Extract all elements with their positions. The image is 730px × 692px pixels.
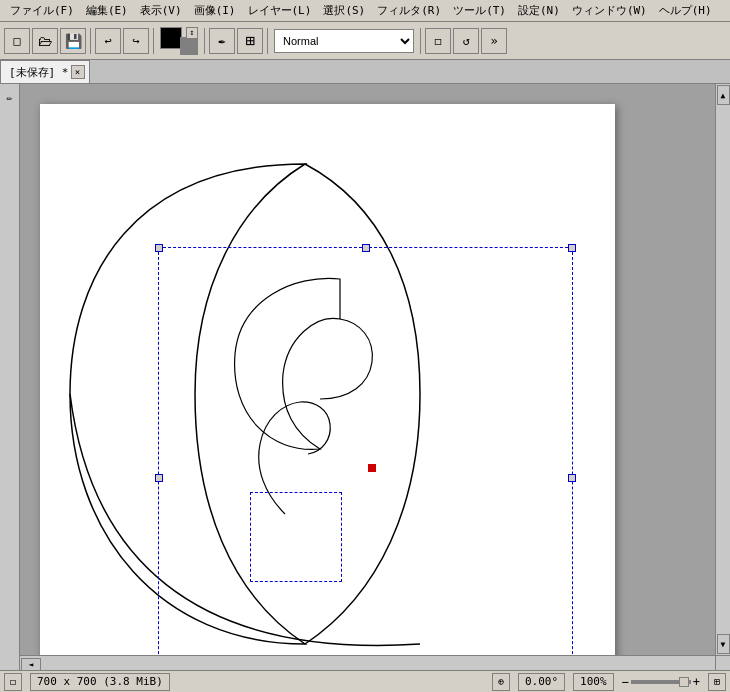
refresh-button[interactable]: ↺	[453, 28, 479, 54]
canvas-container: ▲ ▼ ◄	[20, 84, 730, 670]
scroll-down-button[interactable]: ▼	[717, 634, 730, 654]
handle-mid-right[interactable]	[568, 474, 576, 482]
menu-help[interactable]: ヘルプ(H)	[653, 1, 718, 20]
open-icon: 🗁	[38, 33, 52, 49]
close-icon: ×	[75, 67, 80, 77]
save-icon: 💾	[65, 33, 82, 49]
undo-icon: ↩	[104, 34, 111, 48]
pencil-icon: ✏	[6, 92, 12, 103]
vertical-scrollbar[interactable]: ▲ ▼	[715, 84, 730, 655]
separator-2	[153, 28, 154, 54]
handle-top-right[interactable]	[568, 244, 576, 252]
eraser-icon: ◻	[434, 34, 441, 48]
document-tab[interactable]: [未保存] * ×	[0, 60, 90, 83]
zoom-center-icon[interactable]: ⊕	[492, 673, 510, 691]
separator-3	[204, 28, 205, 54]
zoom-display: 100%	[573, 673, 614, 691]
grid-button[interactable]: ⊞	[237, 28, 263, 54]
background-color[interactable]	[180, 37, 198, 55]
menu-image[interactable]: 画像(I)	[188, 1, 242, 20]
scroll-left-button[interactable]: ◄	[21, 658, 41, 670]
selection-box	[158, 247, 573, 670]
menu-bar: ファイル(F) 編集(E) 表示(V) 画像(I) レイヤー(L) 選択(S) …	[0, 0, 730, 22]
document-close-button[interactable]: ×	[71, 65, 85, 79]
menu-settings[interactable]: 設定(N)	[512, 1, 566, 20]
color-swap-icon[interactable]: ↕	[186, 27, 198, 39]
rotation-display: 0.00°	[518, 673, 565, 691]
horizontal-scrollbar[interactable]: ◄	[20, 655, 715, 670]
menu-select[interactable]: 選択(S)	[317, 1, 371, 20]
new-icon: □	[13, 34, 20, 48]
dimensions-text: 700 x 700 (3.8 MiB)	[37, 675, 163, 688]
menu-view[interactable]: 表示(V)	[134, 1, 188, 20]
scroll-up-button[interactable]: ▲	[717, 85, 730, 105]
zoom-slider-thumb[interactable]	[679, 677, 689, 687]
new-button[interactable]: □	[4, 28, 30, 54]
zoom-plus-icon[interactable]: +	[693, 675, 700, 689]
zoom-minus-icon[interactable]: −	[622, 675, 629, 689]
zoom-text: 100%	[580, 675, 607, 688]
separator-1	[90, 28, 91, 54]
menu-file[interactable]: ファイル(F)	[4, 1, 80, 20]
zoom-slider-container: − +	[622, 675, 700, 689]
rotation-text: 0.00°	[525, 675, 558, 688]
document-tab-area: [未保存] * ×	[0, 60, 730, 84]
menu-edit[interactable]: 編集(E)	[80, 1, 134, 20]
toolbox-pencil[interactable]: ✏	[1, 88, 19, 106]
separator-5	[420, 28, 421, 54]
handle-top-mid[interactable]	[362, 244, 370, 252]
open-button[interactable]: 🗁	[32, 28, 58, 54]
canvas-dimensions: 700 x 700 (3.8 MiB)	[30, 673, 170, 691]
color-selector[interactable]: ↕	[160, 27, 198, 55]
inner-selection-box	[250, 492, 342, 582]
document-title: [未保存] *	[9, 65, 69, 80]
redo-button[interactable]: ↪	[123, 28, 149, 54]
center-point	[368, 464, 376, 472]
toolbar: □ 🗁 💾 ↩ ↪ ↕ ✒ ⊞ Normal Dissolve Multiply…	[0, 22, 730, 60]
handle-mid-left[interactable]	[155, 474, 163, 482]
foreground-color[interactable]	[160, 27, 182, 49]
canvas	[40, 104, 615, 670]
separator-4	[267, 28, 268, 54]
zoom-slider-track[interactable]	[631, 680, 691, 684]
menu-window[interactable]: ウィンドウ(W)	[566, 1, 653, 20]
more-icon: »	[490, 34, 497, 48]
left-toolbox: ✏	[0, 84, 20, 670]
scrollbar-corner	[715, 655, 730, 670]
refresh-icon: ↺	[462, 34, 469, 48]
pen-icon: ✒	[218, 34, 225, 48]
blend-mode-select[interactable]: Normal Dissolve Multiply Screen Overlay	[274, 29, 414, 53]
main-area: ✏	[0, 84, 730, 670]
status-icon-right[interactable]: ⊞	[708, 673, 726, 691]
pen-button[interactable]: ✒	[209, 28, 235, 54]
menu-tools[interactable]: ツール(T)	[447, 1, 512, 20]
status-icon-left[interactable]: ◻	[4, 673, 22, 691]
status-bar: ◻ 700 x 700 (3.8 MiB) ⊕ 0.00° 100% − + ⊞	[0, 670, 730, 692]
grid-icon: ⊞	[245, 31, 255, 50]
save-button[interactable]: 💾	[60, 28, 86, 54]
undo-button[interactable]: ↩	[95, 28, 121, 54]
redo-icon: ↪	[132, 34, 139, 48]
eraser-button[interactable]: ◻	[425, 28, 451, 54]
menu-filter[interactable]: フィルタ(R)	[371, 1, 447, 20]
menu-layer[interactable]: レイヤー(L)	[242, 1, 318, 20]
handle-top-left[interactable]	[155, 244, 163, 252]
more-button[interactable]: »	[481, 28, 507, 54]
